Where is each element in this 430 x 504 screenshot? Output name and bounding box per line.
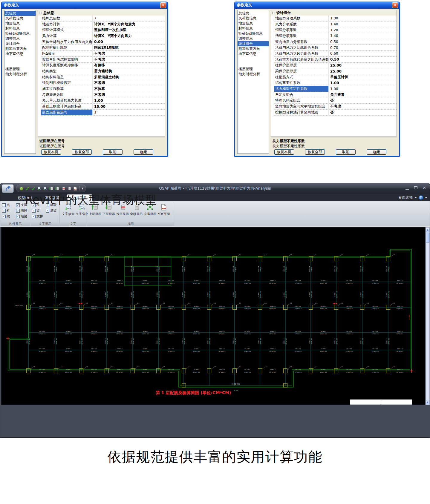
- checkbox-icon[interactable]: ✓: [32, 209, 36, 213]
- property-row[interactable]: 施工过程验算不验算: [41, 86, 165, 92]
- property-row[interactable]: 竖向地震力分项系数0.50: [274, 39, 397, 45]
- layer-all-icon[interactable]: [67, 186, 72, 191]
- zoom-out-icon[interactable]: [43, 186, 48, 191]
- app-logo-icon[interactable]: [2, 184, 14, 193]
- dialog-button[interactable]: 取消: [103, 149, 123, 155]
- sidebar-item[interactable]: 附加地震方向: [238, 46, 269, 51]
- checkbox-icon[interactable]: ✓: [16, 215, 20, 218]
- checkbox-icon[interactable]: ✓: [2, 215, 6, 218]
- cad-canvas[interactable]: 2.12.12.12.12.12.12.12.12.12.12.12.12.12…: [1, 227, 425, 405]
- property-row[interactable]: 地震力计算计算X、Y两个方向地震力: [41, 21, 165, 27]
- layer-current-icon[interactable]: [61, 186, 66, 191]
- sidebar-item[interactable]: 楼层管理: [238, 67, 269, 72]
- sidebar-item[interactable]: 调整信息: [4, 36, 36, 41]
- sidebar-item[interactable]: 材料信息: [4, 26, 36, 31]
- maximize-icon[interactable]: [414, 186, 417, 189]
- property-row[interactable]: 柱保护层厚度25.00: [274, 63, 397, 69]
- sidebar-item[interactable]: 轻砼&砌块信息: [238, 31, 269, 36]
- xoy-plane-icon[interactable]: XOY: [73, 186, 78, 191]
- property-value[interactable]: 1.30: [328, 16, 397, 21]
- property-value[interactable]: 否: [328, 98, 397, 104]
- checkbox-墙梁[interactable]: ✓墙梁: [46, 208, 58, 213]
- checkbox-柱[interactable]: ✓柱: [2, 208, 15, 213]
- property-value[interactable]: 整体刚度一次性加载: [92, 27, 165, 33]
- dialog-button[interactable]: 确定: [134, 149, 153, 155]
- property-value[interactable]: 1.00: [328, 86, 397, 92]
- property-row[interactable]: 计算长度系数考虑侧移有侧移: [41, 63, 165, 69]
- property-row[interactable]: 壳元单元划分的最大长度1.00: [41, 98, 165, 104]
- close-icon[interactable]: ✕: [423, 186, 426, 190]
- property-value[interactable]: 1.20: [328, 27, 397, 33]
- property-row[interactable]: P-Δ效应不考虑: [41, 51, 165, 57]
- category-list[interactable]: 总信息风荷载信息地震信息材料信息轻砼&砌块信息调整信息设计组合附加地震方向地下室…: [4, 10, 36, 154]
- checkbox-梁[interactable]: ✓梁: [32, 208, 44, 213]
- property-value[interactable]: 计算X、Y两个方向风力: [92, 33, 165, 39]
- checkbox-支撑[interactable]: ✓支撑: [32, 214, 44, 219]
- category-list[interactable]: 总信息风荷载信息地震信息材料信息轻砼&砌块信息调整信息设计组合附加地震方向地下室…: [237, 10, 269, 154]
- dialog-button[interactable]: 恢复本页: [274, 149, 294, 155]
- property-value[interactable]: 有侧移: [92, 63, 165, 68]
- property-row[interactable]: 基础上刚度计算层的标高15.00: [41, 104, 165, 110]
- property-row[interactable]: 按振型分解法计算竖向地震否: [274, 110, 397, 116]
- property-row[interactable]: 嵌固层所在层号1: [41, 110, 165, 116]
- sidebar-item[interactable]: 动力时程分析: [238, 72, 269, 77]
- property-row[interactable]: 结构总层数7: [41, 16, 165, 21]
- property-row[interactable]: 风力分项系数1.40: [274, 21, 397, 27]
- close-icon[interactable]: ✕: [160, 2, 166, 8]
- orb-icon[interactable]: [19, 186, 24, 191]
- checkbox-墙梁[interactable]: ✓墙梁: [16, 214, 29, 219]
- chevron-down-icon[interactable]: [425, 197, 427, 198]
- titlebar[interactable]: Uabc XOY▼ QSAP 后处理 - F:\开发1128结果\框架剪力墙\框…: [0, 183, 430, 194]
- help-icon[interactable]: ?: [419, 195, 423, 200]
- checkbox-icon[interactable]: ✓: [16, 209, 20, 213]
- checkbox-点[interactable]: 点: [2, 203, 15, 207]
- checkbox-icon[interactable]: ✓: [46, 209, 49, 213]
- property-value[interactable]: 不考虑: [92, 80, 165, 86]
- collapse-icon[interactable]: −: [272, 12, 275, 14]
- checkbox-icon[interactable]: [2, 203, 6, 207]
- property-value[interactable]: 15.00: [92, 104, 165, 109]
- checkbox-icon[interactable]: ✓: [2, 209, 6, 213]
- property-row[interactable]: 结构重要性系数1.00: [274, 80, 397, 86]
- property-value[interactable]: 25.00: [328, 68, 397, 74]
- sidebar-item[interactable]: 风荷载信息: [4, 16, 36, 21]
- property-value[interactable]: 1.00: [328, 80, 397, 86]
- scrollbar-thumb[interactable]: [426, 233, 429, 243]
- property-row[interactable]: 梁保护层厚度25.00: [274, 68, 397, 74]
- checkbox-icon[interactable]: ✓: [32, 215, 36, 218]
- property-value[interactable]: 0.00: [92, 39, 165, 45]
- check-u-icon[interactable]: U: [25, 186, 30, 191]
- property-row[interactable]: 活荷重力荷载代表值之组合值系数0.50: [274, 57, 397, 63]
- property-value[interactable]: 0.50: [328, 39, 397, 45]
- property-value[interactable]: 1.00: [92, 98, 165, 104]
- property-row[interactable]: 活载与风力之活载组合系数0.70: [274, 45, 397, 51]
- property-value[interactable]: 7: [92, 16, 165, 21]
- sidebar-item[interactable]: 动力时程分析: [4, 72, 36, 77]
- dialog-button[interactable]: 取消: [336, 149, 356, 155]
- property-row[interactable]: 抗力模型不定性系数1.00: [274, 86, 397, 92]
- dialog-button[interactable]: 恢复本页: [41, 149, 61, 155]
- sidebar-item[interactable]: 轻砼&砌块信息: [4, 31, 36, 36]
- check-abc-icon[interactable]: abc: [31, 186, 36, 191]
- zoom-in-icon[interactable]: [37, 186, 42, 191]
- dialog-titlebar[interactable]: 参数定义 ✕: [235, 1, 399, 9]
- dialog-button[interactable]: 确定: [367, 149, 386, 155]
- property-row[interactable]: 恒载计算模式整体刚度一次性加载: [41, 27, 165, 33]
- property-value[interactable]: 不考虑: [92, 57, 165, 62]
- property-value[interactable]: 单偏压计算: [328, 74, 397, 80]
- property-row[interactable]: 结构材料信息多层混凝土结构: [41, 74, 165, 80]
- property-value[interactable]: 多层混凝土结构: [92, 74, 165, 80]
- scroll-down-icon[interactable]: [426, 400, 429, 404]
- sidebar-item[interactable]: 地下室信息: [4, 51, 36, 56]
- sidebar-item[interactable]: 楼层管理: [4, 67, 36, 72]
- property-value[interactable]: 0.50: [328, 57, 397, 62]
- sidebar-item[interactable]: 总信息: [238, 11, 269, 16]
- checkbox-梁[interactable]: ✓梁: [2, 214, 15, 219]
- property-value[interactable]: 计算X、Y两个方向地震力: [92, 21, 165, 27]
- layer-up-icon[interactable]: [49, 186, 54, 191]
- property-row[interactable]: 柱配筋方式单偏压计算: [274, 74, 397, 80]
- property-value[interactable]: 不考虑: [328, 104, 397, 109]
- property-value[interactable]: 1: [92, 110, 165, 115]
- property-row[interactable]: 竖向地震为主与水平地震的组合不考虑: [274, 104, 397, 110]
- sidebar-item[interactable]: 风荷载信息: [238, 16, 269, 21]
